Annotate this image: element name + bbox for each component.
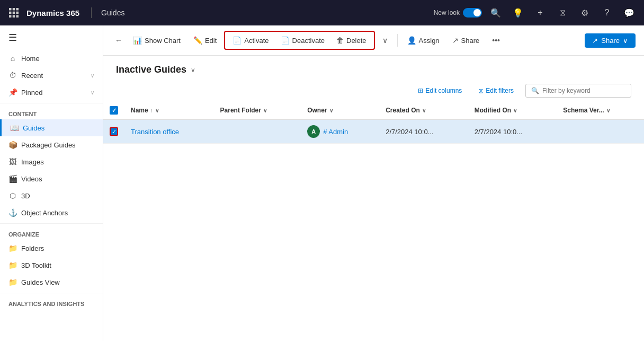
owner-link[interactable]: # Admin (323, 128, 348, 136)
ellipsis-icon: ••• (492, 36, 500, 45)
sidebar-item-folders[interactable]: 📁 Folders (0, 240, 103, 257)
deactivate-button[interactable]: 📄 Deactivate (275, 33, 330, 48)
image-icon: 🖼 (8, 158, 17, 166)
svg-rect-7 (13, 15, 15, 18)
top-navigation: Dynamics 365 Guides New look 🔍 💡 + ⧖ ⚙ ?… (0, 0, 644, 25)
sidebar-item-recent[interactable]: ⏱ Recent ∨ (0, 67, 103, 84)
chart-icon: 📊 (133, 36, 142, 45)
row-modified-on: 2/7/2024 10:0... (468, 119, 557, 144)
hamburger-menu[interactable]: ☰ (0, 25, 103, 50)
chevron-down-icon: ∨ (91, 73, 94, 78)
new-look-toggle[interactable]: New look (434, 8, 482, 18)
activate-icon: 📄 (232, 36, 241, 45)
table-controls: ⊞ Edit columns ⧖ Edit filters 🔍 (103, 80, 644, 102)
share-main-icon: ↗ (592, 37, 598, 45)
search-icon: 🔍 (531, 87, 539, 94)
sidebar-item-3d-toolkit[interactable]: 📁 3D Toolkit (0, 257, 103, 274)
share-button[interactable]: ↗ Share (447, 33, 485, 48)
header-modified-on[interactable]: Modified On ∨ (468, 102, 557, 119)
toggle-knob (473, 9, 481, 16)
header-name[interactable]: Name ↑ ∨ (124, 102, 214, 119)
svg-rect-2 (16, 8, 19, 11)
share-main-button[interactable]: ↗ Share ∨ (585, 33, 636, 48)
package-icon: 📦 (8, 141, 17, 149)
settings-icon[interactable]: ⚙ (576, 4, 593, 21)
header-parent-folder[interactable]: Parent Folder ∨ (214, 102, 301, 119)
sidebar-item-label: Object Anchors (21, 209, 68, 217)
search-icon[interactable]: 🔍 (487, 4, 504, 21)
toolbar: ← 📊 Show Chart ✏️ Edit 📄 Activate 📄 Deac… (103, 25, 644, 56)
svg-rect-6 (9, 15, 12, 18)
chevron-down-icon: ∨ (263, 108, 267, 113)
guide-link[interactable]: Transition office (131, 128, 179, 136)
sidebar-item-guides[interactable]: 📖 Guides (0, 119, 103, 136)
sidebar-item-label: 3D (21, 192, 30, 200)
page-title: Inactive Guides (116, 64, 186, 75)
main-layout: ☰ ⌂ Home ⏱ Recent ∨ 📌 Pinned ∨ Content 📖… (0, 25, 644, 341)
sidebar-item-videos[interactable]: 🎬 Videos (0, 170, 103, 187)
row-checkbox[interactable]: ✓ (110, 127, 118, 136)
edit-button[interactable]: ✏️ Edit (188, 33, 222, 48)
sidebar-item-label: Guides View (21, 278, 60, 286)
toolbar-separator (397, 34, 398, 47)
folder-icon: 📁 (8, 278, 17, 286)
header-checkbox-cell: ✓ (103, 102, 124, 119)
sidebar-divider (0, 103, 103, 103)
header-schema-ver[interactable]: Schema Ver... ∨ (557, 102, 644, 119)
delete-button[interactable]: 🗑 Delete (331, 33, 372, 48)
sidebar-item-label: Guides (23, 124, 44, 132)
sidebar-item-home[interactable]: ⌂ Home (0, 50, 103, 67)
header-owner[interactable]: Owner ∨ (301, 102, 379, 119)
clock-icon: ⏱ (8, 71, 17, 80)
show-chart-button[interactable]: 📊 Show Chart (128, 33, 186, 48)
svg-rect-1 (13, 8, 15, 11)
sidebar-section-content: Content (0, 106, 103, 119)
edit-columns-button[interactable]: ⊞ Edit columns (413, 84, 468, 97)
chat-icon[interactable]: 💬 (621, 4, 638, 21)
new-look-switch[interactable] (463, 8, 482, 18)
chevron-down-icon: ∨ (155, 108, 159, 113)
chevron-down-icon: ∨ (329, 108, 333, 113)
select-all-checkbox[interactable]: ✓ (110, 106, 118, 115)
sidebar-item-3d[interactable]: ⬡ 3D (0, 187, 103, 204)
more-options-button[interactable]: ••• (487, 33, 505, 48)
filter-keyword-input[interactable] (542, 87, 625, 94)
row-name[interactable]: Transition office (124, 119, 214, 144)
back-button[interactable]: ← (112, 33, 126, 48)
app-name: Guides (101, 8, 124, 17)
row-created-on: 2/7/2024 10:0... (379, 119, 468, 144)
share-icon: ↗ (452, 36, 459, 45)
assign-button[interactable]: 👤 Assign (402, 33, 445, 48)
activate-button[interactable]: 📄 Activate (227, 33, 274, 48)
sidebar-item-object-anchors[interactable]: ⚓ Object Anchors (0, 204, 103, 221)
page-title-chevron[interactable]: ∨ (191, 66, 195, 74)
share-chevron-icon: ∨ (623, 37, 628, 45)
lightbulb-icon[interactable]: 💡 (509, 4, 526, 21)
new-look-label: New look (434, 9, 460, 16)
deactivate-icon: 📄 (281, 36, 290, 45)
header-created-on[interactable]: Created On ∨ (379, 102, 468, 119)
chevron-down-icon: ∨ (606, 108, 610, 113)
sidebar-item-guides-view[interactable]: 📁 Guides View (0, 274, 103, 291)
chevron-down-icon: ∨ (422, 108, 426, 113)
help-icon[interactable]: ? (598, 4, 615, 21)
data-table: ✓ Name ↑ ∨ Parent Folder (103, 102, 644, 144)
edit-filters-button[interactable]: ⧖ Edit filters (473, 84, 519, 97)
table-row[interactable]: ✓ Transition office A # Admin (103, 119, 644, 144)
content-area: ← 📊 Show Chart ✏️ Edit 📄 Activate 📄 Deac… (103, 25, 644, 341)
sidebar-item-packaged-guides[interactable]: 📦 Packaged Guides (0, 136, 103, 153)
guides-icon: 📖 (10, 124, 19, 132)
home-icon: ⌂ (8, 54, 17, 63)
activate-deactivate-delete-group: 📄 Activate 📄 Deactivate 🗑 Delete (224, 31, 374, 50)
sidebar-item-images[interactable]: 🖼 Images (0, 153, 103, 170)
hamburger-icon: ☰ (8, 32, 17, 43)
add-icon[interactable]: + (532, 4, 549, 21)
sidebar-item-pinned[interactable]: 📌 Pinned ∨ (0, 84, 103, 101)
svg-rect-4 (13, 12, 15, 14)
more-dropdown-button[interactable]: ∨ (377, 33, 393, 48)
grid-menu-icon[interactable] (6, 5, 21, 20)
svg-rect-8 (16, 15, 19, 18)
row-parent-folder (214, 119, 301, 144)
filter-icon[interactable]: ⧖ (554, 4, 571, 21)
folder-icon: 📁 (8, 244, 17, 252)
